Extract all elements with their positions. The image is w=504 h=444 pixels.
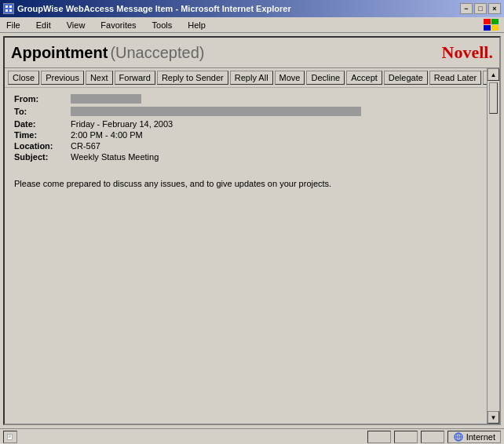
subject-label: Subject: (14, 152, 71, 162)
scroll-thumb[interactable] (489, 82, 498, 114)
svg-rect-3 (5, 9, 8, 12)
from-value (71, 94, 141, 105)
to-row: To: (14, 107, 477, 118)
menu-file[interactable]: File (3, 19, 24, 31)
previous-button[interactable]: Previous (41, 71, 84, 85)
menu-edit[interactable]: Edit (33, 19, 54, 31)
date-value: Friday - February 14, 2003 (71, 119, 173, 129)
toolbar: Close Previous Next Forward Reply to Sen… (5, 68, 487, 88)
to-redacted (71, 107, 361, 116)
delegate-button[interactable]: Delegate (384, 71, 428, 85)
body-text: Please come prepared to discuss any issu… (14, 179, 331, 188)
subject-value: Weekly Status Meeting (71, 152, 159, 162)
to-value (71, 107, 361, 118)
svg-rect-0 (4, 4, 13, 13)
next-button[interactable]: Next (86, 71, 113, 85)
menu-bar: File Edit View Favorites Tools Help (0, 17, 504, 33)
scroll-track (488, 115, 499, 411)
location-row: Location: CR-567 (14, 141, 477, 151)
decline-button[interactable]: Decline (306, 71, 345, 85)
appointment-title: Appointment (11, 44, 108, 61)
location-label: Location: (14, 141, 71, 151)
main-area: Appointment (Unaccepted) Novell. Close P… (0, 33, 504, 428)
page-icon (7, 431, 13, 442)
accept-button[interactable]: Accept (346, 71, 382, 85)
status-left (3, 431, 17, 443)
message-body: Please come prepared to discuss any issu… (5, 169, 487, 198)
menu-help[interactable]: Help (184, 19, 209, 31)
app-icon (3, 3, 14, 14)
menu-view[interactable]: View (64, 19, 89, 31)
internet-icon (453, 431, 464, 442)
read-later-button[interactable]: Read Later (429, 71, 481, 85)
close-button[interactable]: Close (8, 71, 39, 85)
forward-button[interactable]: Forward (115, 71, 155, 85)
scroll-up-button[interactable]: ▲ (488, 68, 499, 81)
from-label: From: (14, 94, 71, 105)
novell-logo: Novell. (442, 42, 493, 63)
time-label: Time: (14, 130, 71, 140)
close-button[interactable]: × (488, 3, 501, 14)
date-row: Date: Friday - February 14, 2003 (14, 119, 477, 129)
subject-row: Subject: Weekly Status Meeting (14, 152, 477, 162)
from-row: From: (14, 94, 477, 105)
content-area: Close Previous Next Forward Reply to Sen… (5, 68, 487, 424)
scroll-down-button[interactable]: ▼ (488, 411, 499, 424)
title-bar: GroupWise WebAccess Message Item - Micro… (0, 0, 504, 17)
to-label: To: (14, 107, 71, 118)
window-title: GroupWise WebAccess Message Item - Micro… (17, 4, 291, 13)
status-section-4 (421, 431, 444, 443)
maximize-button[interactable]: □ (474, 3, 487, 14)
svg-rect-8 (9, 437, 10, 438)
menu-tools[interactable]: Tools (149, 19, 176, 31)
windows-logo (484, 19, 501, 31)
minimize-button[interactable]: − (460, 3, 473, 14)
svg-rect-2 (9, 5, 12, 8)
svg-rect-4 (9, 9, 12, 12)
location-value: CR-567 (71, 141, 100, 151)
appointment-status: (Unaccepted) (110, 44, 204, 61)
status-bar: Internet (0, 428, 504, 444)
svg-rect-7 (9, 435, 11, 436)
appointment-header: Appointment (Unaccepted) Novell. (5, 38, 499, 68)
reply-all-button[interactable]: Reply All (230, 71, 273, 85)
move-button[interactable]: Move (275, 71, 305, 85)
time-row: Time: 2:00 PM - 4:00 PM (14, 130, 477, 140)
internet-section: Internet (447, 431, 501, 443)
status-section-3 (394, 431, 418, 443)
svg-rect-1 (5, 5, 8, 8)
svg-rect-6 (9, 435, 11, 435)
time-value: 2:00 PM - 4:00 PM (71, 130, 143, 140)
internet-label: Internet (466, 432, 495, 442)
reply-to-sender-button[interactable]: Reply to Sender (157, 71, 228, 85)
inner-window: Appointment (Unaccepted) Novell. Close P… (3, 36, 501, 425)
scrollbar[interactable]: ▲ ▼ (487, 68, 499, 424)
from-redacted (71, 94, 141, 104)
date-label: Date: (14, 119, 71, 129)
status-section-2 (367, 431, 391, 443)
message-details: From: To: Date: Friday - February 14, (5, 88, 487, 169)
menu-favorites[interactable]: Favorites (97, 19, 139, 31)
